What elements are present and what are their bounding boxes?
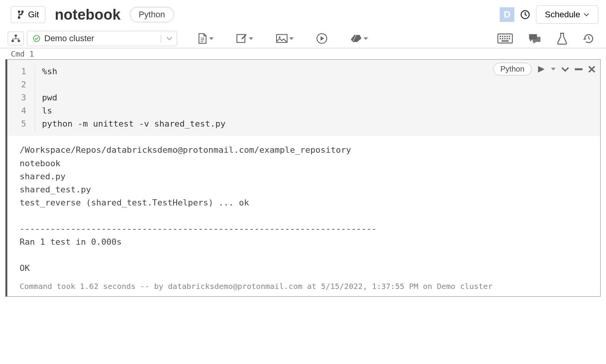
svg-point-7 — [279, 36, 281, 38]
minimize-icon[interactable] — [575, 68, 583, 70]
image-icon — [276, 33, 288, 43]
svg-rect-11 — [502, 36, 504, 37]
svg-rect-15 — [500, 38, 501, 40]
toolbar: Demo cluster | — [0, 29, 606, 48]
notebook-cell[interactable]: Python 1%sh23pwd4ls5python -m unittest -… — [5, 59, 601, 297]
svg-rect-20 — [502, 40, 509, 42]
code-line[interactable]: 4ls — [7, 104, 600, 117]
code-text[interactable] — [35, 78, 42, 91]
run-all-button[interactable] — [314, 31, 330, 46]
svg-rect-13 — [507, 36, 508, 37]
code-text[interactable]: pwd — [35, 91, 57, 104]
code-line[interactable]: 3pwd — [7, 91, 600, 104]
header-bar: Git notebook Python D Schedule — [0, 0, 606, 29]
cell-language-pill[interactable]: Python — [493, 63, 532, 75]
code-area[interactable]: Python 1%sh23pwd4ls5python -m unittest -… — [7, 60, 600, 136]
separator: | — [160, 33, 162, 43]
caret-down-icon[interactable] — [551, 68, 556, 70]
file-menu[interactable] — [195, 31, 216, 46]
svg-rect-10 — [500, 36, 501, 37]
line-number: 2 — [7, 78, 35, 91]
caret-down-icon — [289, 37, 294, 40]
svg-rect-5 — [237, 35, 245, 43]
close-icon[interactable] — [588, 65, 596, 73]
file-icon — [197, 33, 208, 44]
caret-down-icon — [249, 37, 253, 40]
edit-menu[interactable] — [234, 32, 256, 45]
cluster-name: Demo cluster — [44, 33, 94, 43]
cell-controls: Python — [493, 63, 596, 75]
cluster-selector[interactable]: Demo cluster | — [27, 31, 177, 46]
chevron-down-icon — [166, 36, 173, 41]
code-line[interactable]: 5python -m unittest -v shared_test.py — [7, 117, 600, 130]
clock-icon[interactable] — [520, 9, 531, 20]
status-ok-icon — [33, 35, 40, 42]
svg-point-4 — [33, 35, 40, 42]
schedule-button[interactable]: Schedule — [536, 5, 598, 24]
cmd-label: Cmd 1 — [0, 48, 606, 59]
caret-down-icon — [363, 37, 368, 40]
play-circle-icon — [316, 33, 328, 44]
language-pill[interactable]: Python — [130, 7, 174, 22]
svg-rect-12 — [504, 36, 506, 37]
comments-icon[interactable] — [528, 33, 541, 44]
edit-icon — [236, 33, 248, 44]
history-icon[interactable] — [583, 33, 594, 44]
chevron-down-icon — [583, 13, 589, 17]
code-text[interactable]: %sh — [35, 65, 57, 78]
svg-rect-3 — [18, 40, 20, 42]
svg-rect-18 — [507, 38, 508, 40]
git-button-label: Git — [28, 10, 39, 20]
chevron-down-icon[interactable] — [561, 67, 569, 72]
code-line[interactable]: 2 — [7, 78, 600, 91]
svg-rect-19 — [509, 38, 510, 40]
cell-output: /Workspace/Repos/databricksdemo@protonma… — [7, 136, 600, 275]
toolbar-right — [497, 32, 598, 45]
notebook-title[interactable]: notebook — [55, 7, 121, 23]
line-number: 3 — [7, 91, 35, 104]
header-right: D Schedule — [500, 5, 598, 24]
hierarchy-icon — [11, 34, 20, 43]
caret-down-icon — [209, 37, 214, 40]
keyboard-icon[interactable] — [497, 33, 513, 44]
execution-meta: Command took 1.62 seconds -- by databric… — [7, 275, 600, 296]
experiment-icon[interactable] — [557, 32, 567, 45]
clear-menu[interactable] — [348, 32, 370, 45]
avatar[interactable]: D — [500, 7, 514, 22]
code-text[interactable]: ls — [35, 104, 52, 117]
git-branch-icon — [17, 10, 25, 19]
svg-rect-21 — [575, 68, 583, 70]
line-number: 4 — [7, 104, 35, 117]
workspace-tree-button[interactable] — [8, 32, 24, 45]
svg-rect-17 — [504, 38, 506, 40]
svg-rect-2 — [12, 40, 14, 42]
svg-rect-16 — [502, 38, 504, 40]
schedule-button-label: Schedule — [545, 10, 580, 20]
view-menu[interactable] — [273, 32, 296, 45]
eraser-icon — [350, 34, 362, 43]
line-number: 1 — [7, 65, 35, 78]
run-cell-icon[interactable] — [537, 65, 546, 73]
svg-rect-14 — [509, 36, 510, 37]
git-button[interactable]: Git — [11, 6, 45, 23]
svg-rect-1 — [15, 35, 17, 37]
line-number: 5 — [7, 117, 35, 130]
code-text[interactable]: python -m unittest -v shared_test.py — [35, 117, 226, 130]
